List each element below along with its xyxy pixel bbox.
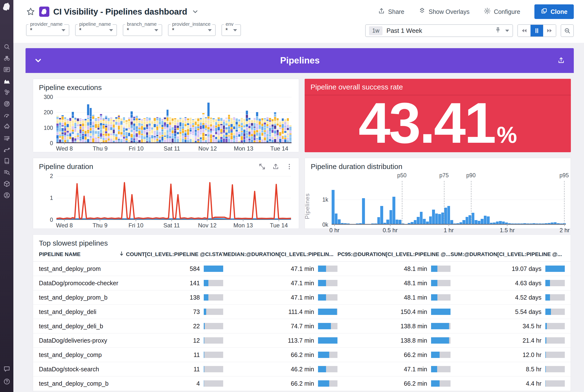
gauge-icon[interactable] bbox=[3, 111, 11, 120]
x-axis-tick bbox=[172, 142, 172, 144]
share-button[interactable]: Share bbox=[378, 7, 404, 16]
bar-segment bbox=[133, 140, 135, 142]
table-row[interactable]: DataDog/promocode-checker14147.1 min48.1… bbox=[33, 276, 571, 290]
histogram-bar bbox=[380, 206, 383, 224]
table-row[interactable]: test_and_deploy_prom58447.1 min48.1 min1… bbox=[33, 262, 571, 276]
export-icon[interactable] bbox=[272, 163, 279, 170]
title-chevron-down-icon[interactable] bbox=[192, 8, 199, 15]
notebook-icon[interactable] bbox=[3, 157, 11, 165]
metrics-chart-icon[interactable] bbox=[3, 77, 11, 85]
clone-icon bbox=[541, 8, 548, 16]
bar-segment bbox=[85, 124, 87, 126]
bar-segment bbox=[228, 115, 230, 116]
bar-segment bbox=[174, 125, 176, 129]
search-icon[interactable] bbox=[3, 42, 11, 51]
histogram-bar bbox=[332, 190, 335, 224]
bar-segment bbox=[177, 120, 179, 122]
column-header-4[interactable]: SUM:@DURATION[CI_LEVEL:PIPELINE @... bbox=[451, 251, 565, 258]
bar-segment bbox=[120, 139, 122, 140]
bar-segment bbox=[143, 128, 146, 130]
table-row[interactable]: DataDog/stock-search1146.2 min47.1 min8.… bbox=[33, 362, 571, 376]
bar-segment bbox=[105, 128, 107, 131]
group-collapse-chevron-icon[interactable] bbox=[34, 56, 42, 65]
bar-segment bbox=[156, 120, 158, 123]
table-row[interactable]: test_and_deploy_comp_b466.2 min66.2 min4… bbox=[33, 376, 571, 391]
time-forward-button[interactable] bbox=[543, 25, 556, 36]
pin-icon[interactable] bbox=[495, 27, 501, 34]
bar-segment bbox=[279, 132, 281, 136]
column-header-3[interactable]: PC95:@DURATION[CI_LEVEL:PIPELINE @... bbox=[337, 251, 451, 258]
hexagons-icon[interactable] bbox=[3, 88, 11, 96]
stacked-bar bbox=[82, 119, 84, 142]
bar-segment bbox=[156, 130, 158, 132]
table-row[interactable]: test_and_deploy_prom_b13847.1 min48.1 mi… bbox=[33, 290, 571, 305]
table-row[interactable]: test_and_deploy_comp1166.2 min66.2 min12… bbox=[33, 348, 571, 362]
bar-segment bbox=[200, 133, 202, 134]
kebab-menu-icon[interactable] bbox=[286, 163, 293, 170]
time-range-selector[interactable]: 1w Past 1 Week bbox=[365, 24, 513, 37]
bar-segment bbox=[220, 118, 222, 121]
bar-segment bbox=[146, 141, 148, 142]
stacked-bar bbox=[215, 119, 217, 142]
column-header-1[interactable]: COUNT[CI_LEVEL:PIPELINE @CI.STAT... bbox=[119, 251, 223, 258]
security-user-icon[interactable] bbox=[3, 191, 11, 200]
table-row[interactable]: test_and_deploy_deli73111.4 min150.4 min… bbox=[33, 305, 571, 319]
bar-segment bbox=[113, 122, 115, 124]
bar-segment bbox=[148, 140, 151, 142]
package-icon[interactable] bbox=[3, 180, 11, 188]
bar-segment bbox=[179, 138, 182, 141]
cell-bar-track bbox=[318, 308, 337, 315]
clone-button[interactable]: Clone bbox=[535, 4, 574, 19]
datadog-logo-icon[interactable] bbox=[1, 2, 12, 12]
favorite-star-icon[interactable] bbox=[26, 7, 35, 16]
time-range-tag[interactable]: 1w bbox=[369, 26, 382, 35]
service-map-icon[interactable] bbox=[3, 146, 11, 154]
chat-icon[interactable] bbox=[3, 365, 11, 373]
table-row[interactable]: DataDog/deliveries-proxy12113.7 min138.8… bbox=[33, 334, 571, 348]
time-caret-icon[interactable] bbox=[505, 30, 509, 32]
column-header-2[interactable]: MEDIAN:@DURATION[CI_LEVEL:PIPELIN... bbox=[223, 251, 337, 258]
puzzle-icon[interactable] bbox=[3, 122, 11, 131]
bar-segment bbox=[228, 130, 230, 133]
table-row[interactable]: test_and_deploy_deli_b2274.7 min138.8 mi… bbox=[33, 319, 571, 334]
stacked-bar bbox=[146, 117, 148, 142]
help-icon[interactable] bbox=[3, 378, 11, 386]
bar-segment bbox=[110, 118, 112, 119]
bar-segment bbox=[230, 136, 233, 139]
ci-target-icon[interactable] bbox=[3, 100, 11, 108]
group-export-icon[interactable] bbox=[557, 56, 566, 65]
events-list-icon[interactable] bbox=[3, 66, 11, 74]
percentile-marker-p50 bbox=[402, 181, 402, 224]
time-pause-button[interactable] bbox=[531, 25, 543, 36]
bar-segment bbox=[164, 120, 166, 122]
bar-segment bbox=[277, 128, 279, 129]
pc95-cell: 47.1 min bbox=[337, 366, 451, 373]
expand-icon[interactable] bbox=[258, 163, 266, 170]
bar-segment bbox=[159, 125, 161, 128]
bar-segment bbox=[97, 124, 100, 126]
zoom-out-button[interactable] bbox=[561, 24, 574, 37]
log-filter-icon[interactable] bbox=[3, 134, 11, 142]
x-axis-tick-label: Mon 13 bbox=[234, 145, 253, 152]
column-header-pipeline-name[interactable]: PIPELINE NAME bbox=[39, 251, 119, 258]
cell-bar-fill bbox=[431, 323, 449, 329]
bar-segment bbox=[138, 123, 140, 126]
bar-segment bbox=[236, 127, 238, 130]
configure-button[interactable]: Configure bbox=[484, 7, 520, 16]
binoculars-icon[interactable] bbox=[3, 54, 11, 62]
histogram-bar bbox=[426, 222, 429, 224]
bar-segment bbox=[118, 140, 120, 142]
bar-segment bbox=[223, 135, 225, 138]
cell-bar-fill bbox=[318, 294, 326, 300]
show-overlays-button[interactable]: Show Overlays bbox=[418, 7, 470, 16]
time-controls: 1w Past 1 Week bbox=[365, 24, 574, 37]
cell-bar-fill bbox=[431, 266, 437, 272]
bar-segment bbox=[248, 120, 251, 122]
x-axis-tick-label: Thu 9 bbox=[93, 145, 107, 152]
bar-segment bbox=[210, 133, 212, 134]
log-search-icon[interactable] bbox=[3, 168, 11, 176]
bar-segment bbox=[138, 120, 140, 123]
stacked-bar bbox=[207, 102, 210, 142]
bar-segment bbox=[156, 125, 158, 126]
time-backward-button[interactable] bbox=[518, 25, 531, 36]
